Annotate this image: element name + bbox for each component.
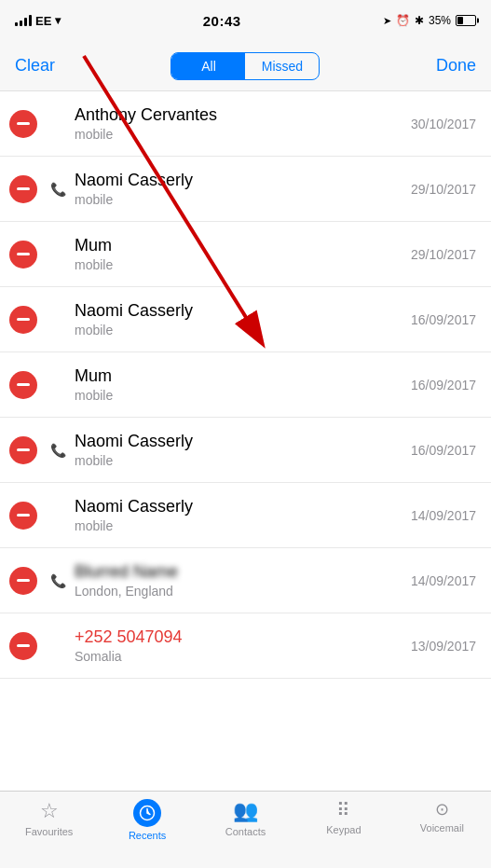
segment-all[interactable]: All [171,53,245,79]
carrier-label: EE [35,14,51,28]
call-name: Naomi Casserly [75,497,411,517]
delete-button[interactable] [9,632,37,660]
call-type: mobile [75,453,411,468]
call-info: Anthony Cervantesmobile [75,105,411,142]
call-list: Anthony Cervantesmobile30/10/2017📞Naomi … [0,91,491,791]
keypad-icon: ⠿ [336,799,350,821]
call-item[interactable]: Mummobile29/10/2017 [0,222,491,287]
tab-bar: ☆ Favourites Recents 👥 Contacts ⠿ Keypad… [0,791,491,868]
status-right: ➤ ⏰ ✱ 35% [383,14,476,27]
call-type: mobile [75,518,411,533]
delete-button[interactable] [9,241,37,269]
tab-keypad-label: Keypad [326,824,361,835]
call-type: mobile [75,257,411,272]
delete-button[interactable] [9,436,37,464]
wifi-icon: ▾ [55,14,61,27]
call-date: 29/10/2017 [411,182,476,197]
call-date: 29/10/2017 [411,247,476,262]
call-name: Anthony Cervantes [75,105,411,125]
delete-button[interactable] [9,502,37,530]
call-date: 30/10/2017 [411,117,476,131]
call-name: Naomi Casserly [75,171,411,190]
status-left: EE ▾ [15,14,61,28]
delete-button[interactable] [9,110,37,138]
call-info: Naomi Casserlymobile [75,497,411,533]
favourites-icon: ☆ [40,799,59,823]
tab-contacts-label: Contacts [225,826,266,837]
call-info: +252 5047094Somalia [75,627,411,664]
call-item[interactable]: 📞Naomi Casserlymobile16/09/2017 [0,418,491,483]
call-info: Naomi Casserlymobile [75,432,411,468]
tab-favourites[interactable]: ☆ Favourites [0,799,98,837]
call-item[interactable]: 📞Naomi Casserlymobile29/10/2017 [0,157,491,222]
tab-contacts[interactable]: 👥 Contacts [197,799,294,837]
battery-icon [456,15,476,26]
call-name: Naomi Casserly [75,432,411,451]
segment-missed[interactable]: Missed [245,53,319,79]
call-icon-area: 📞 [47,443,69,458]
alarm-icon: ⏰ [396,14,410,27]
tab-favourites-label: Favourites [25,826,73,837]
tab-voicemail[interactable]: ⊙ Voicemail [393,799,491,834]
call-type: mobile [75,192,411,207]
tab-voicemail-label: Voicemail [420,822,464,834]
phone-icon: 📞 [50,573,66,588]
contacts-icon: 👥 [233,799,258,823]
call-date: 14/09/2017 [411,508,476,523]
call-type: mobile [75,388,411,403]
delete-button[interactable] [9,306,37,334]
tab-keypad[interactable]: ⠿ Keypad [294,799,392,835]
segment-control: All Missed [170,52,320,80]
battery-percent: 35% [429,14,451,27]
call-type: Somalia [75,649,411,664]
call-icon-area: 📞 [47,573,69,588]
call-item[interactable]: Naomi Casserlymobile14/09/2017 [0,483,491,548]
call-name: Naomi Casserly [75,301,411,321]
status-bar: EE ▾ 20:43 ➤ ⏰ ✱ 35% [0,0,491,41]
call-date: 16/09/2017 [411,443,476,458]
call-name: Mum [75,236,411,255]
delete-button[interactable] [9,371,37,399]
call-item[interactable]: 📞Blurred NameLondon, England14/09/2017 [0,548,491,613]
call-info: Naomi Casserlymobile [75,301,411,338]
call-info: Mummobile [75,236,411,272]
call-type: mobile [75,323,411,338]
call-info: Blurred NameLondon, England [75,562,411,599]
call-info: Mummobile [75,366,411,403]
phone-icon: 📞 [50,443,66,458]
call-item[interactable]: Mummobile16/09/2017 [0,352,491,418]
call-icon-area: 📞 [47,182,69,197]
call-type: London, England [75,584,411,599]
tab-recents-label: Recents [129,830,166,841]
bluetooth-icon: ✱ [415,14,424,27]
call-date: 16/09/2017 [411,378,476,393]
location-icon: ➤ [383,15,391,27]
recents-icon [133,799,161,827]
signal-bars [15,15,32,26]
call-item[interactable]: Naomi Casserlymobile16/09/2017 [0,287,491,352]
call-name: +252 5047094 [75,627,411,647]
nav-bar: Clear All Missed Done [0,41,491,91]
call-date: 14/09/2017 [411,573,476,588]
call-item[interactable]: Anthony Cervantesmobile30/10/2017 [0,91,491,157]
call-date: 16/09/2017 [411,312,476,327]
call-type: mobile [75,127,411,142]
voicemail-icon: ⊙ [435,799,449,820]
done-button[interactable]: Done [436,56,476,76]
delete-button[interactable] [9,175,37,203]
call-item[interactable]: +252 5047094Somalia13/09/2017 [0,613,491,679]
call-date: 13/09/2017 [411,639,476,654]
tab-recents[interactable]: Recents [98,799,196,841]
call-info: Naomi Casserlymobile [75,171,411,207]
clear-button[interactable]: Clear [15,56,55,76]
time-display: 20:43 [203,13,241,29]
call-name: Mum [75,366,411,386]
delete-button[interactable] [9,567,37,595]
call-name: Blurred Name [75,562,411,582]
phone-icon: 📞 [50,182,66,197]
